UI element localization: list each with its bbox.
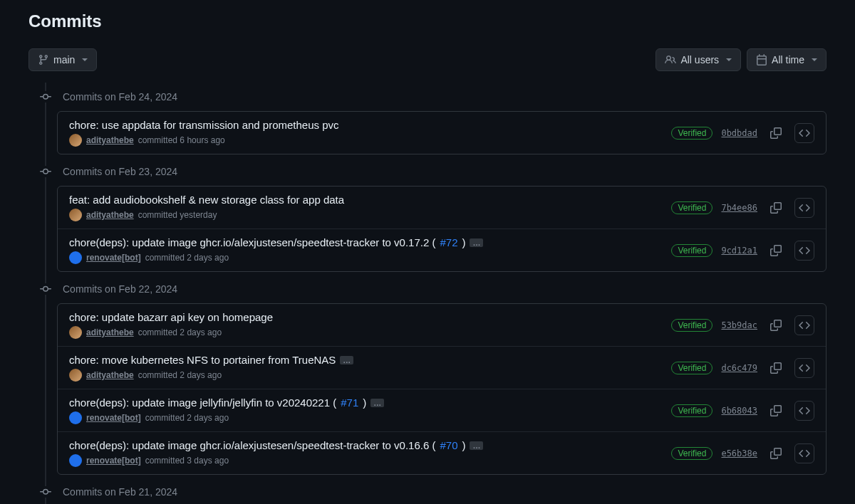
avatar[interactable] — [69, 454, 82, 467]
commit-sha[interactable]: 9cd12a1 — [721, 246, 757, 256]
avatar[interactable] — [69, 369, 82, 382]
commit-sha[interactable]: 6b68043 — [721, 406, 757, 416]
verified-badge[interactable]: Verified — [671, 404, 712, 417]
browse-code-button[interactable] — [794, 315, 814, 335]
commit-group: chore: update bazarr api key on homepage… — [57, 303, 826, 475]
commit-item: chore: move kubernetes NFS to portainer … — [58, 347, 826, 389]
paren-close: ) — [462, 439, 465, 451]
copy-sha-button[interactable] — [766, 198, 786, 218]
committed-label: committed yesterday — [138, 210, 217, 220]
commit-meta: adityathebecommitted 2 days ago — [69, 326, 671, 339]
browse-code-button[interactable] — [794, 241, 814, 261]
verified-badge[interactable]: Verified — [671, 319, 712, 332]
commit-title-link[interactable]: feat: add audiobookshelf & new storage c… — [69, 194, 344, 206]
copy-sha-button[interactable] — [766, 241, 786, 261]
commit-sha[interactable]: 0bdbdad — [721, 128, 757, 138]
paren-close: ) — [462, 236, 465, 248]
author-link[interactable]: adityathebe — [86, 135, 134, 145]
author-link[interactable]: renovate[bot] — [86, 456, 141, 466]
commit-item: chore(deps): update image jellyfin/jelly… — [58, 389, 826, 432]
commit-meta: renovate[bot]committed 2 days ago — [69, 411, 671, 424]
copy-sha-button[interactable] — [766, 123, 786, 143]
date-divider: Commits on Feb 24, 2024 — [40, 83, 826, 111]
commit-sha[interactable]: e56b38e — [721, 448, 757, 458]
browse-code-button[interactable] — [794, 358, 814, 378]
commit-sha[interactable]: dc6c479 — [721, 363, 757, 373]
date-label: Commits on Feb 23, 2024 — [63, 166, 177, 177]
date-label: Commits on Feb 21, 2024 — [63, 486, 177, 498]
commit-group: chore: use appdata for transmission and … — [57, 111, 826, 154]
commit-sha[interactable]: 53b9dac — [721, 320, 757, 330]
committed-label: committed 3 days ago — [145, 456, 229, 466]
commit-title: chore(deps): update image ghcr.io/alexju… — [69, 236, 671, 248]
commit-title-link[interactable]: chore(deps): update image ghcr.io/alexju… — [69, 236, 435, 248]
page-title: Commits — [28, 11, 826, 31]
expand-ellipsis[interactable]: … — [370, 399, 384, 407]
commit-node-icon — [40, 486, 51, 498]
author-link[interactable]: renovate[bot] — [86, 413, 141, 423]
expand-ellipsis[interactable]: … — [340, 356, 353, 364]
avatar[interactable] — [69, 209, 82, 221]
commit-item: chore: update bazarr api key on homepage… — [58, 304, 826, 347]
verified-badge[interactable]: Verified — [671, 201, 712, 214]
commit-title: chore: update bazarr api key on homepage — [69, 311, 671, 323]
avatar[interactable] — [69, 411, 82, 424]
browse-code-button[interactable] — [794, 401, 814, 421]
branch-selector[interactable]: main — [28, 48, 97, 71]
date-label: Commits on Feb 24, 2024 — [63, 91, 177, 103]
browse-code-button[interactable] — [794, 123, 814, 143]
expand-ellipsis[interactable]: … — [470, 238, 483, 247]
commit-title: feat: add audiobookshelf & new storage c… — [69, 194, 671, 206]
verified-badge[interactable]: Verified — [671, 244, 712, 257]
author-link[interactable]: renovate[bot] — [86, 253, 141, 263]
commit-title-link[interactable]: chore: move kubernetes NFS to portainer … — [69, 354, 336, 366]
chevron-down-icon — [812, 58, 817, 61]
commit-item: feat: add audiobookshelf & new storage c… — [58, 187, 826, 229]
date-divider: Commits on Feb 23, 2024 — [40, 157, 826, 186]
pr-link[interactable]: #71 — [341, 397, 358, 409]
commit-title-link[interactable]: chore: use appdata for transmission and … — [69, 119, 339, 131]
commit-item: chore(deps): update image ghcr.io/alexju… — [58, 229, 826, 271]
verified-badge[interactable]: Verified — [671, 362, 712, 374]
avatar[interactable] — [69, 134, 82, 147]
date-divider: Commits on Feb 21, 2024 — [40, 478, 826, 504]
commit-title: chore: use appdata for transmission and … — [69, 119, 671, 131]
committed-label: committed 2 days ago — [138, 370, 222, 380]
author-link[interactable]: adityathebe — [86, 370, 134, 380]
commit-item: chore: use appdata for transmission and … — [58, 112, 826, 154]
commit-meta: adityathebecommitted yesterday — [69, 209, 671, 221]
committed-label: committed 2 days ago — [138, 327, 222, 337]
expand-ellipsis[interactable]: … — [470, 441, 483, 450]
people-icon — [665, 54, 676, 65]
commit-title: chore(deps): update image ghcr.io/alexju… — [69, 439, 671, 451]
browse-code-button[interactable] — [794, 198, 814, 218]
calendar-icon — [756, 54, 767, 65]
author-link[interactable]: adityathebe — [86, 327, 134, 337]
users-filter[interactable]: All users — [656, 48, 741, 71]
verified-badge[interactable]: Verified — [671, 447, 712, 460]
author-link[interactable]: adityathebe — [86, 210, 134, 220]
avatar[interactable] — [69, 326, 82, 339]
copy-sha-button[interactable] — [766, 443, 786, 463]
verified-badge[interactable]: Verified — [671, 127, 712, 140]
commits-timeline: Commits on Feb 24, 2024chore: use appdat… — [43, 83, 826, 504]
copy-sha-button[interactable] — [766, 401, 786, 421]
commit-meta: adityathebecommitted 6 hours ago — [69, 134, 671, 147]
commit-title-link[interactable]: chore(deps): update image jellyfin/jelly… — [69, 397, 336, 409]
commit-title-link[interactable]: chore: update bazarr api key on homepage — [69, 311, 273, 323]
copy-sha-button[interactable] — [766, 358, 786, 378]
commit-sha[interactable]: 7b4ee86 — [721, 203, 757, 213]
committed-label: committed 2 days ago — [145, 253, 229, 263]
pr-link[interactable]: #72 — [440, 236, 457, 248]
commit-node-icon — [40, 283, 51, 295]
avatar[interactable] — [69, 251, 82, 264]
time-filter[interactable]: All time — [747, 48, 826, 71]
pr-link[interactable]: #70 — [440, 439, 457, 451]
browse-code-button[interactable] — [794, 443, 814, 463]
copy-sha-button[interactable] — [766, 315, 786, 335]
commit-title: chore: move kubernetes NFS to portainer … — [69, 354, 671, 366]
commit-item: chore(deps): update image ghcr.io/alexju… — [58, 432, 826, 474]
chevron-down-icon — [726, 58, 732, 61]
commit-title-link[interactable]: chore(deps): update image ghcr.io/alexju… — [69, 439, 435, 451]
date-divider: Commits on Feb 22, 2024 — [40, 275, 826, 303]
